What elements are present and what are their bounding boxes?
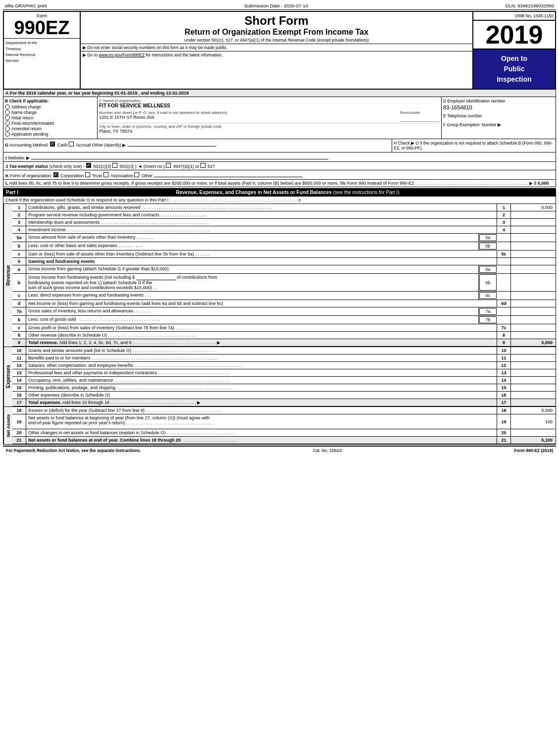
row-12: 12 Salaries, other compensation, and emp…	[12, 362, 556, 369]
row-4: 4 Investment income . . . . . . . . . . …	[12, 226, 556, 234]
footer-center: Cat. No. 10642I	[313, 448, 343, 453]
501c-checkbox	[112, 163, 117, 168]
dept-line4: Service	[5, 58, 78, 64]
expenses-section: Expenses 10 Grants and similar amounts p…	[3, 347, 556, 407]
row-6-header: 6 Gaming and fundraising events	[12, 258, 556, 265]
revenue-section: Revenue 1 Contributions, gifts, grants, …	[3, 204, 556, 347]
efile-label: efile GRAPHIC print	[5, 3, 47, 8]
section-k: K Form of organization: Corporation Trus…	[3, 170, 556, 180]
row-6c: c Less: direct expenses from gaming and …	[12, 292, 556, 300]
net-assets-section: Net Assets 18 Excess or (deficit) for th…	[3, 407, 556, 445]
check-application-pending: Application pending	[5, 132, 96, 137]
row-21: 21 Net assets or fund balances at end of…	[12, 437, 556, 444]
main-header: Form 990EZ Department of the Treasury In…	[3, 11, 556, 90]
notice-line: ▶ Do not enter social security numbers o…	[83, 45, 228, 50]
501c3-checkbox	[86, 163, 91, 168]
form-number: 990EZ	[5, 18, 79, 37]
section-j: J Tax-exempt status (check only one) - 5…	[3, 162, 556, 170]
row-19: 19 Net assets or fund balances at beginn…	[12, 414, 556, 429]
row-15: 15 Printing, publications, postage, and …	[12, 384, 556, 392]
row-3: 3 Membership dues and assessments . . . …	[12, 219, 556, 226]
row-7a: 7a Gross sales of inventory, less return…	[12, 307, 556, 316]
section-a: A For the 2019 calendar year, or tax yea…	[3, 90, 556, 97]
row-10: 10 Grants and similar amounts paid (list…	[12, 347, 556, 354]
open-to-public: Open toPublicInspection	[473, 50, 555, 89]
section-g-label: G	[5, 143, 8, 148]
dept-line2: Treasury	[5, 46, 78, 52]
under-section: Under section 501(c), 527, or 4947(a)(1)…	[81, 37, 472, 44]
row-8: 8 Other revenue (describe in Schedule O)…	[12, 332, 556, 339]
other-org-checkbox	[134, 172, 139, 177]
row-9: 9 Total revenue. Add lines 1, 2, 3, 4, 5…	[12, 339, 556, 347]
gh-section: G Accounting Method: Cash Accrual Other …	[3, 139, 556, 152]
submission-date: Submission Date - 2020-07-14	[244, 3, 308, 8]
city-value: Plano, TX 75074	[99, 129, 440, 134]
short-form-title: Short Form	[82, 14, 471, 28]
row-6a: a Gross income from gaming (attach Sched…	[12, 265, 556, 274]
expenses-sidebar: Expenses	[3, 347, 12, 406]
527-checkbox	[201, 163, 205, 168]
revenue-sidebar: Revenue	[3, 204, 12, 347]
part-i-title: Revenue, Expenses, and Changes in Net As…	[176, 190, 399, 195]
net-assets-sidebar: Net Assets	[3, 407, 12, 444]
check-address-change: Address charge	[5, 104, 96, 109]
check-final-return: Final return/terminated	[5, 121, 96, 126]
part-i-check-line: Check if the organization used Schedule …	[3, 197, 556, 204]
section-b-label: B Check if applicable:	[5, 99, 96, 103]
row-7b: b Less: cost of goods sold . . . . . . .…	[12, 316, 556, 324]
row-6d: d Net income or (loss) from gaming and f…	[12, 300, 556, 307]
part-i-label: Part I	[6, 190, 18, 195]
section-l: L Add lines 5b, 6c, and 7b to line 9 to …	[3, 180, 556, 187]
ein: 83-1654810	[443, 104, 554, 110]
row-14: 14 Occupancy, rent, utilities, and maint…	[12, 377, 556, 384]
corporation-checkbox	[53, 172, 58, 177]
dept-line1: Department of the	[5, 40, 78, 46]
address-value: 1201 E 15TH ST Room 204	[99, 115, 398, 120]
goto-line: ▶ Go to www.irs.gov/Form990EZ for instru…	[83, 52, 223, 57]
section-l-value: 5,000	[538, 181, 549, 186]
association-checkbox	[103, 172, 108, 177]
row-6b: b Gross income from fundraising events (…	[12, 274, 556, 292]
row-20: 20 Other changes in net assets or fund b…	[12, 429, 556, 437]
row-13: 13 Professional fees and other payments …	[12, 369, 556, 377]
row-5b: b Less: cost or other basis and sales ex…	[12, 242, 556, 251]
org-name: FIT FOR SERVICE WELLNESS	[99, 103, 440, 108]
check-initial-return: Initial return	[5, 115, 96, 120]
row-16: 16 Other expenses (describe in Schedule …	[12, 392, 556, 399]
4947-checkbox	[166, 163, 171, 168]
trust-checkbox	[85, 172, 90, 177]
part-i-header: Part I Revenue, Expenses, and Changes in…	[3, 188, 556, 197]
row-7c: c Gross profit or (loss) from sales of i…	[12, 324, 556, 332]
cash-checkbox	[50, 142, 55, 147]
dept-line3: Internal Revenue	[5, 52, 78, 58]
org-name-label: C Name of organization	[99, 99, 440, 103]
top-bar: efile GRAPHIC print Submission Date - 20…	[3, 2, 556, 10]
row-5a: 5a Gross amount from sale of assets othe…	[12, 234, 556, 242]
footer-right: Form 990-EZ (2019)	[514, 448, 553, 453]
dln-number: DLN: 93492196032950	[506, 3, 554, 8]
return-title: Return of Organization Exempt From Incom…	[82, 28, 471, 37]
year-display: 2019	[486, 20, 543, 49]
row-17: 17 Total expenses. Add lines 10 through …	[12, 399, 556, 406]
omb-label: OMB No. 1545-1150	[515, 13, 554, 18]
section-h: H Check ▶ O if the organization is not r…	[392, 139, 556, 152]
footer: For Paperwork Reduction Act Notice, see …	[3, 446, 556, 454]
section-i: I Website: ▶	[3, 152, 556, 162]
check-amended-return: Amended return	[5, 126, 96, 131]
row-11: 11 Benefits paid to or for members . . .…	[12, 354, 556, 362]
row-1: 1 Contributions, gifts, grants, and simi…	[12, 204, 556, 211]
row-2: 2 Program service revenue including gove…	[12, 211, 556, 219]
check-name-change: Name charge	[5, 110, 96, 115]
row-18: 18 Excess or (deficit) for the year (Sub…	[12, 407, 556, 414]
accrual-checkbox	[69, 142, 74, 147]
footer-left: For Paperwork Reduction Act Notice, see …	[6, 448, 141, 453]
bcd-section: B Check if applicable: Address charge Na…	[3, 97, 556, 139]
row-5c: c Gain or (loss) from sale of assets oth…	[12, 251, 556, 258]
